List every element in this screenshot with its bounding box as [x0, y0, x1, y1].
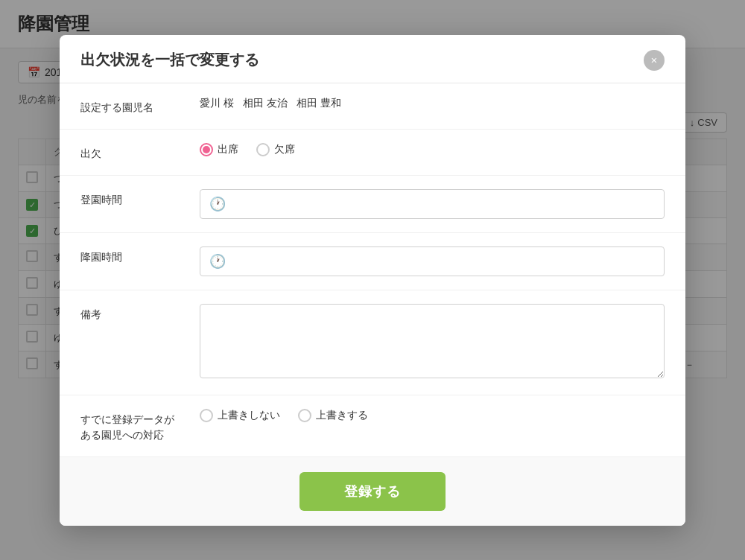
name-tag: 愛川 桜: [200, 97, 234, 110]
modal-footer: 登録する: [60, 457, 685, 526]
radio-overwrite-circle: [298, 409, 311, 422]
radio-no-overwrite-circle: [200, 409, 213, 422]
attendance-label: 出欠: [80, 143, 200, 162]
radio-absent[interactable]: 欠席: [256, 143, 295, 156]
clock-icon: 🕐: [209, 196, 226, 212]
form-row-overwrite: すでに登録データが ある園児への対応 上書きしない 上書きする: [60, 395, 685, 457]
form-row-names: 設定する園児名 愛川 桜 相田 友治 相田 豊和: [60, 83, 685, 130]
radio-overwrite[interactable]: 上書きする: [298, 409, 368, 422]
modal-overlay: 出欠状況を一括で変更する × 設定する園児名 愛川 桜 相田 友治 相田 豊和: [0, 0, 745, 560]
modal-title: 出欠状況を一括で変更する: [80, 50, 259, 70]
attendance-options: 出席 欠席: [200, 143, 665, 156]
name-tag: 相田 豊和: [297, 97, 341, 110]
notes-label: 備考: [80, 304, 200, 322]
overwrite-options: 上書きしない 上書きする: [200, 409, 665, 422]
overwrite-label: すでに登録データが ある園児への対応: [80, 409, 200, 443]
names-list: 愛川 桜 相田 友治 相田 豊和: [200, 97, 665, 110]
radio-overwrite-label: 上書きする: [316, 409, 368, 422]
radio-absent-circle: [256, 143, 270, 156]
name-tag: 相田 友治: [243, 97, 288, 110]
clock-icon: 🕐: [209, 253, 226, 270]
arrival-time-label: 登園時間: [80, 189, 200, 208]
form-row-notes: 備考: [60, 290, 685, 395]
form-row-departure: 降園時間 🕐: [60, 233, 685, 290]
radio-present-circle: [200, 143, 213, 156]
departure-time-control: 🕐: [200, 246, 665, 276]
radio-present[interactable]: 出席: [200, 143, 238, 156]
arrival-time-control: 🕐: [200, 189, 665, 219]
notes-textarea[interactable]: [200, 304, 665, 378]
names-label: 設定する園児名: [80, 97, 200, 115]
notes-control: [200, 304, 665, 381]
modal-header: 出欠状況を一括で変更する ×: [60, 35, 685, 83]
form-row-attendance: 出欠 出席 欠席: [60, 130, 685, 176]
submit-button[interactable]: 登録する: [299, 472, 446, 511]
departure-time-label: 降園時間: [80, 246, 200, 265]
radio-absent-label: 欠席: [274, 143, 295, 156]
modal-body: 設定する園児名 愛川 桜 相田 友治 相田 豊和 出欠: [60, 83, 685, 457]
radio-no-overwrite-label: 上書きしない: [218, 409, 280, 422]
modal-dialog: 出欠状況を一括で変更する × 設定する園児名 愛川 桜 相田 友治 相田 豊和: [60, 35, 685, 526]
radio-present-label: 出席: [218, 143, 238, 156]
arrival-time-input[interactable]: [232, 198, 655, 210]
form-row-arrival: 登園時間 🕐: [60, 176, 685, 233]
departure-time-input[interactable]: [232, 255, 655, 267]
modal-close-button[interactable]: ×: [644, 50, 665, 71]
radio-no-overwrite[interactable]: 上書きしない: [200, 409, 280, 422]
